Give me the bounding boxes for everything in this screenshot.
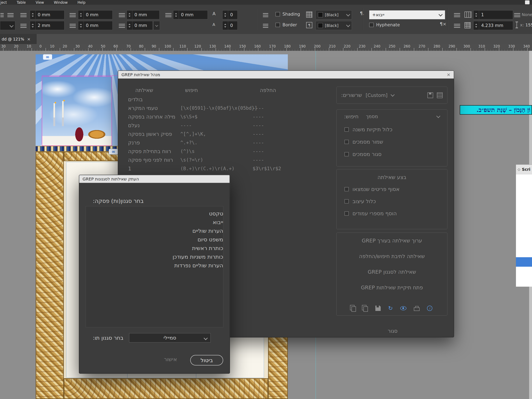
- last-line-indent-value[interactable]: 0 mm: [179, 11, 194, 19]
- chevron-down-icon[interactable]: [436, 114, 440, 118]
- preview-eye-icon[interactable]: [400, 306, 406, 310]
- query-row[interactable]: בולדים: [118, 95, 330, 104]
- menu-item[interactable]: ject: [0, 0, 7, 5]
- text-wrap-value[interactable]: None: [522, 12, 532, 17]
- align-left-icon[interactable]: [0, 12, 4, 17]
- stepper[interactable]: [78, 11, 84, 19]
- close-button[interactable]: סגור: [377, 328, 408, 334]
- stepper[interactable]: [474, 11, 479, 19]
- drop-cap-lines-field[interactable]: 0: [222, 10, 238, 19]
- chevron-down-icon[interactable]: [391, 93, 395, 97]
- paragraph-style-dropdown[interactable]: ייבוא+: [369, 10, 445, 19]
- query-list[interactable]: בולדים טעמי המקרא [\x{0591}-\x{05af}\x{0…: [118, 95, 330, 173]
- first-line-indent-value[interactable]: 0 mm: [132, 11, 147, 19]
- ok-button[interactable]: אישור: [159, 356, 182, 362]
- menu-item[interactable]: Table: [17, 0, 26, 5]
- stepper[interactable]: [173, 11, 179, 19]
- bullet-list-icon[interactable]: [263, 12, 268, 17]
- paragraph-style-item[interactable]: ייבוא: [86, 218, 223, 227]
- space-between-value[interactable]: 0 mm: [132, 21, 147, 30]
- checkbox[interactable]: [344, 187, 349, 191]
- checkbox-row[interactable]: שמור מסמכים: [337, 136, 447, 148]
- shading-color-dropdown[interactable]: [Black]: [316, 10, 352, 19]
- panel-options-icon[interactable]: [454, 12, 460, 17]
- document-canvas[interactable]: ∞ ∞ וֹן הַנָּכוֹן – שְׁנַת תשפ״ב. ◇ Scri: [0, 51, 532, 399]
- checkbox-row[interactable]: כלול עיצוב: [337, 195, 447, 207]
- checkbox-row[interactable]: סגור מסמכים: [337, 148, 447, 160]
- paragraph-style-item[interactable]: טקסט: [86, 209, 223, 218]
- refresh-icon[interactable]: ↻: [388, 305, 393, 311]
- checkbox[interactable]: [344, 152, 349, 156]
- query-row[interactable]: רווח לפני סוף פסקה \s(?=\r) ----: [118, 156, 330, 164]
- query-row[interactable]: פרנק ^.+?\. ----: [118, 138, 330, 147]
- highlighted-text-frame[interactable]: וֹן הַנָּכוֹן – שְׁנַת תשפ״ב.: [460, 105, 532, 115]
- drop-cap-chars-value[interactable]: 0: [228, 21, 233, 30]
- x-position-value[interactable]: 155.0: [526, 22, 532, 27]
- horizontal-ruler[interactable]: 3020100102030405060708090100110120130140…: [0, 44, 532, 51]
- query-row[interactable]: נעלם ---- ----: [118, 121, 330, 130]
- query-row[interactable]: רווח בתחילת פסקה (^)\s ----: [118, 147, 330, 156]
- action-button[interactable]: שאילתה לסגנון GREP: [337, 264, 447, 280]
- right-indent-value[interactable]: 0 mm: [84, 11, 98, 19]
- space-after-value[interactable]: 0 mm: [84, 21, 98, 30]
- stepper[interactable]: [222, 11, 228, 19]
- dialog-close-icon[interactable]: ×: [447, 72, 450, 77]
- print-icon[interactable]: [414, 307, 420, 311]
- space-between-options-dropdown[interactable]: [153, 21, 160, 30]
- manager-dialog-title-bar[interactable]: מנהל שאילתות GREP ×: [118, 71, 454, 79]
- checkbox-row[interactable]: הוסף מספרי עמודים: [337, 207, 447, 219]
- last-line-indent-field[interactable]: 0 mm: [173, 10, 208, 19]
- hyphenate-checkbox[interactable]: [369, 23, 374, 27]
- scripts-panel-header[interactable]: ◇ Scri: [516, 165, 532, 174]
- checkbox[interactable]: [344, 199, 349, 204]
- checkbox-row[interactable]: כלול תיקיות משנה: [337, 123, 447, 136]
- checkbox-row[interactable]: אסוף פריטים שנמצאו: [337, 183, 447, 195]
- stepper[interactable]: [222, 21, 228, 30]
- stepper[interactable]: [30, 11, 36, 19]
- shabbat-photo-frame[interactable]: [42, 76, 112, 146]
- align-justify-icon[interactable]: [7, 12, 13, 17]
- menu-item[interactable]: Window: [54, 0, 68, 5]
- checkbox[interactable]: [344, 127, 349, 132]
- gutter-value[interactable]: 4.233 mm: [479, 21, 503, 30]
- composer-options-icon[interactable]: [454, 23, 460, 28]
- paragraph-style-item[interactable]: משפט סיום: [86, 235, 223, 244]
- load-set-icon[interactable]: [437, 92, 443, 98]
- left-edge-dropdown[interactable]: [0, 21, 15, 30]
- first-line-indent-field[interactable]: 0 mm: [127, 10, 159, 19]
- menu-item[interactable]: View: [36, 0, 44, 5]
- window-control-icon[interactable]: [525, 0, 530, 4]
- border-checkbox[interactable]: [275, 23, 280, 27]
- search-scope-dropdown[interactable]: מסמך: [366, 114, 378, 119]
- space-before-value[interactable]: 2 mm: [36, 21, 50, 30]
- checkbox[interactable]: [344, 140, 349, 144]
- stepper[interactable]: [127, 11, 132, 19]
- drop-cap-lines-value[interactable]: 0: [228, 11, 233, 19]
- left-indent-value[interactable]: 0 mm: [36, 11, 50, 19]
- right-indent-field[interactable]: 0 mm: [78, 10, 113, 19]
- shading-settings-icon[interactable]: [306, 12, 312, 18]
- left-indent-field[interactable]: 0 mm: [30, 10, 64, 19]
- copy-query-icon[interactable]: [351, 306, 356, 312]
- space-between-field[interactable]: 0 mm: [127, 21, 153, 30]
- paragraph-style-item[interactable]: הערות שוליים: [86, 227, 223, 235]
- info-icon[interactable]: i: [427, 305, 432, 311]
- gutter-field[interactable]: 4.233 mm: [473, 21, 513, 30]
- paragraph-mark-icon[interactable]: ¶.: [360, 11, 364, 16]
- paragraph-style-item[interactable]: כותרת ראשית: [86, 244, 223, 252]
- border-color-dropdown[interactable]: [Black]: [316, 21, 352, 30]
- save-query-icon[interactable]: [375, 305, 381, 311]
- link-badge-icon[interactable]: ∞: [43, 54, 52, 60]
- stepper[interactable]: [78, 21, 84, 30]
- paragraph-direction-icon[interactable]: ¶×: [440, 22, 446, 26]
- tab-close-icon[interactable]: ×: [27, 37, 31, 42]
- drop-cap-chars-field[interactable]: 0: [222, 21, 238, 30]
- action-button[interactable]: ערוך שאילתה בעורך GREP: [337, 233, 447, 248]
- document-tab[interactable]: dd @ 121% ×: [0, 34, 37, 44]
- columns-field[interactable]: 1: [473, 10, 513, 19]
- stepper[interactable]: [474, 21, 479, 30]
- copy-dialog-title-bar[interactable]: העתק שאילתות לסגנונות GREP: [79, 175, 229, 183]
- paragraph-style-list[interactable]: טקסט ייבוא הערות שוליים משפט סיום כותרת …: [86, 206, 223, 327]
- stepper[interactable]: [30, 21, 36, 30]
- shading-checkbox[interactable]: [275, 12, 280, 16]
